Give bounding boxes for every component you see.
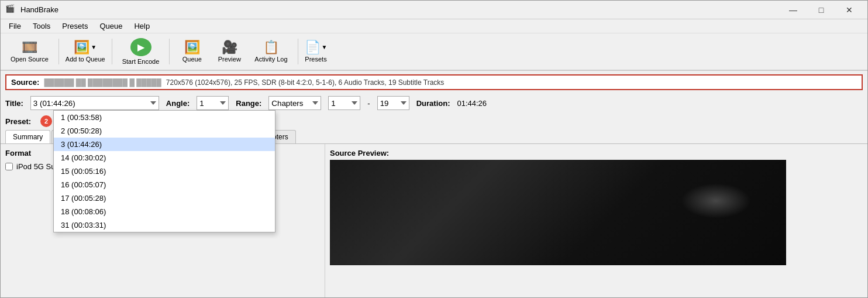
add-to-queue-label: Add to Queue <box>66 56 105 63</box>
activity-log-icon: 📋 <box>263 41 279 54</box>
dropdown-item-16[interactable]: 16 (00:05:07) <box>54 178 275 191</box>
start-encode-button[interactable]: ▶ Start Encode <box>117 35 165 68</box>
minimize-button[interactable]: — <box>780 1 807 19</box>
menu-file[interactable]: File <box>3 20 27 32</box>
app-title: HandBrake <box>20 5 58 14</box>
preview-image <box>330 160 786 265</box>
dropdown-item-31[interactable]: 31 (00:03:31) <box>54 218 275 232</box>
preview-highlight <box>681 183 751 218</box>
presets-dropdown-arrow: ▼ <box>322 44 328 50</box>
presets-inner: 📄 ▼ <box>305 41 328 54</box>
separator-2 <box>112 39 112 64</box>
presets-button[interactable]: 📄 ▼ Presets <box>303 35 329 68</box>
title-row: Title: 3 (01:44:26) 1 (00:53:58) 2 (00:5… <box>1 94 867 112</box>
preview-button[interactable]: 🎥 Preview <box>212 35 247 68</box>
range-select[interactable]: Chapters <box>268 96 321 110</box>
dropdown-item-14[interactable]: 14 (00:30:02) <box>54 151 275 165</box>
ipod-checkbox[interactable] <box>5 163 13 170</box>
title-field-label: Title: <box>5 99 23 108</box>
activity-log-button[interactable]: 📋 Activity Log <box>249 35 292 68</box>
tab-summary[interactable]: Summary <box>5 130 50 143</box>
start-encode-label: Start Encode <box>122 58 160 65</box>
close-button[interactable]: ✕ <box>836 1 863 19</box>
activity-log-label: Activity Log <box>254 56 287 63</box>
add-queue-dropdown-arrow: ▼ <box>91 44 97 50</box>
title-bar-left: 🎬 HandBrake <box>5 4 58 16</box>
menu-tools[interactable]: Tools <box>27 20 56 32</box>
chapter-dash: - <box>367 99 370 108</box>
add-to-queue-inner: 🖼️ ▼ <box>74 41 97 54</box>
source-preview-label: Source Preview: <box>330 149 863 157</box>
presets-label: Presets <box>305 56 326 63</box>
menu-queue[interactable]: Queue <box>94 20 128 32</box>
preview-label: Preview <box>218 56 241 63</box>
preview-dark-bg <box>330 160 786 265</box>
preset-badge: 2 <box>40 115 52 127</box>
app-window: 🎬 HandBrake — □ ✕ File Tools Presets Que… <box>0 0 868 298</box>
chapter-end-select[interactable]: 19 <box>377 96 409 110</box>
dropdown-item-17[interactable]: 17 (00:05:28) <box>54 191 275 205</box>
queue-icon: 🖼️ <box>184 41 200 54</box>
duration-value: 01:44:26 <box>457 99 487 108</box>
separator-3 <box>169 39 170 64</box>
preset-field-label: Preset: <box>5 117 31 126</box>
start-encode-icon: ▶ <box>130 38 151 56</box>
menu-help[interactable]: Help <box>128 20 156 32</box>
range-field-label: Range: <box>236 99 261 108</box>
add-to-queue-button[interactable]: 🖼️ ▼ Add to Queue <box>64 35 107 68</box>
title-bar: 🎬 HandBrake — □ ✕ <box>1 1 867 19</box>
open-source-label: Open Source <box>11 56 49 63</box>
dropdown-item-15[interactable]: 15 (00:05:16) <box>54 165 275 178</box>
source-filename: ██████ ██ ████████ █ █████ <box>44 78 161 87</box>
right-panel: Source Preview: <box>325 144 867 297</box>
dropdown-item-3[interactable]: 3 (01:44:26) <box>54 138 275 151</box>
title-select[interactable]: 3 (01:44:26) <box>30 96 159 110</box>
source-info: 720x576 (1024x576), 25 FPS, SDR (8-bit 4… <box>166 78 445 87</box>
menu-bar: File Tools Presets Queue Help <box>1 19 867 33</box>
angle-select[interactable]: 1 <box>197 96 229 110</box>
queue-label: Queue <box>182 56 202 63</box>
open-source-button[interactable]: 🎞️ Open Source <box>5 35 54 68</box>
angle-field-label: Angle: <box>166 99 190 108</box>
chapter-start-select[interactable]: 1 <box>328 96 360 110</box>
dropdown-item-18[interactable]: 18 (00:08:06) <box>54 205 275 218</box>
source-bar: Source: ██████ ██ ████████ █ █████ 720x5… <box>5 74 863 90</box>
open-source-icon: 🎞️ <box>22 41 37 54</box>
window-controls: — □ ✕ <box>780 1 863 19</box>
add-queue-icon: 🖼️ <box>74 41 89 54</box>
title-dropdown-overlay: 1 (00:53:58) 2 (00:50:28) 3 (01:44:26) 1… <box>53 110 275 232</box>
maximize-button[interactable]: □ <box>808 1 835 19</box>
preview-icon: 🎥 <box>222 41 237 54</box>
dropdown-item-2[interactable]: 2 (00:50:28) <box>54 124 275 138</box>
menu-presets[interactable]: Presets <box>56 20 94 32</box>
queue-button[interactable]: 🖼️ Queue <box>174 35 209 68</box>
separator-1 <box>58 39 59 64</box>
separator-4 <box>298 39 298 64</box>
duration-label: Duration: <box>416 99 450 108</box>
app-logo-icon: 🎬 <box>5 4 17 16</box>
presets-icon: 📄 <box>305 41 321 54</box>
source-label: Source: <box>11 78 39 87</box>
dropdown-item-1[interactable]: 1 (00:53:58) <box>54 111 275 124</box>
toolbar: 🎞️ Open Source 🖼️ ▼ Add to Queue ▶ Start… <box>1 33 867 71</box>
